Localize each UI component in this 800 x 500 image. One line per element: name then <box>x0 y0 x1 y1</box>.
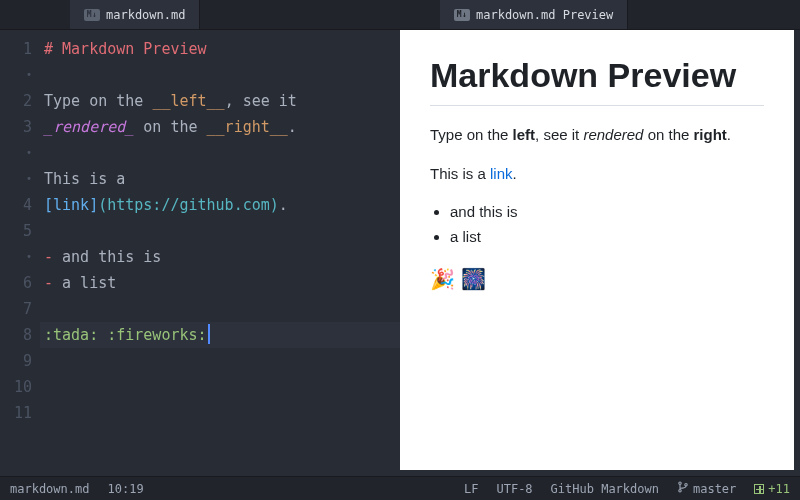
status-filename[interactable]: markdown.md <box>10 482 89 496</box>
line-number: 11 <box>0 400 32 426</box>
markdown-icon: M↓ <box>454 9 470 21</box>
preview-paragraph: Type on the left, see it rendered on the… <box>430 124 764 147</box>
status-git-diff[interactable]: +11 <box>754 482 790 496</box>
line-number: 1 <box>0 36 32 62</box>
preview-heading: Markdown Preview <box>430 56 764 106</box>
markdown-icon: M↓ <box>84 9 100 21</box>
preview-tab[interactable]: M↓ markdown.md Preview <box>440 0 628 29</box>
status-git-branch[interactable]: master <box>677 481 736 496</box>
editor-pane: M↓ markdown.md 1•23••45•67891011 # Markd… <box>0 0 400 476</box>
preview-emoji: 🎉 🎆 <box>430 264 764 294</box>
code-lines: # Markdown Preview Type on the __left__,… <box>44 36 400 374</box>
line-number: • <box>0 166 32 192</box>
git-branch-icon <box>677 481 689 496</box>
line-number: 4 <box>0 192 32 218</box>
split-panes: M↓ markdown.md 1•23••45•67891011 # Markd… <box>0 0 800 476</box>
preview-link[interactable]: link <box>490 165 513 182</box>
line-number: • <box>0 244 32 270</box>
line-number: 8 <box>0 322 32 348</box>
preview-wrap: Markdown Preview Type on the left, see i… <box>400 30 800 476</box>
diff-count: +11 <box>768 482 790 496</box>
markdown-preview[interactable]: Markdown Preview Type on the left, see i… <box>400 30 794 470</box>
status-grammar[interactable]: GitHub Markdown <box>551 482 659 496</box>
code-area[interactable]: # Markdown Preview Type on the __left__,… <box>40 30 400 476</box>
status-cursor-position[interactable]: 10:19 <box>107 482 143 496</box>
text-editor[interactable]: 1•23••45•67891011 # Markdown Preview Typ… <box>0 30 400 476</box>
line-gutter: 1•23••45•67891011 <box>0 30 40 476</box>
diff-added-icon <box>754 484 764 494</box>
editor-tabbar: M↓ markdown.md <box>0 0 400 30</box>
editor-tab[interactable]: M↓ markdown.md <box>70 0 200 29</box>
text-cursor <box>208 324 210 344</box>
list-item: a list <box>450 226 764 249</box>
preview-list: and this is a list <box>450 201 764 248</box>
preview-paragraph: This is a link. <box>430 163 764 186</box>
line-number: • <box>0 140 32 166</box>
svg-point-0 <box>679 482 681 484</box>
line-number: 2 <box>0 88 32 114</box>
list-item: and this is <box>450 201 764 224</box>
editor-tab-label: markdown.md <box>106 8 185 22</box>
line-number: 6 <box>0 270 32 296</box>
line-number: • <box>0 62 32 88</box>
branch-name: master <box>693 482 736 496</box>
line-number: 7 <box>0 296 32 322</box>
line-number: 9 <box>0 348 32 374</box>
svg-point-2 <box>685 484 687 486</box>
status-encoding[interactable]: UTF-8 <box>496 482 532 496</box>
preview-tabbar: M↓ markdown.md Preview <box>400 0 800 30</box>
preview-pane: M↓ markdown.md Preview Markdown Preview … <box>400 0 800 476</box>
line-number: 10 <box>0 374 32 400</box>
status-line-ending[interactable]: LF <box>464 482 478 496</box>
status-bar: markdown.md 10:19 LF UTF-8 GitHub Markdo… <box>0 476 800 500</box>
svg-point-1 <box>679 490 681 492</box>
line-number: 3 <box>0 114 32 140</box>
line-number: 5 <box>0 218 32 244</box>
preview-tab-label: markdown.md Preview <box>476 8 613 22</box>
